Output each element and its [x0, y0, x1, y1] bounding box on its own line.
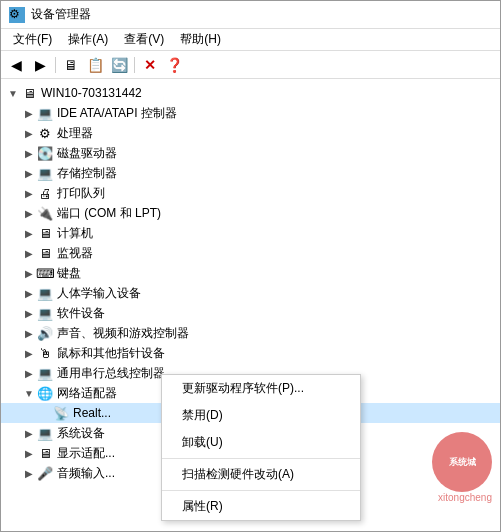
storage-icon: 💻: [37, 165, 53, 181]
storage-label: 存储控制器: [57, 165, 117, 182]
monitor-icon: 🖥: [37, 245, 53, 261]
tree-item-port[interactable]: ▶ 🔌 端口 (COM 和 LPT): [1, 203, 500, 223]
port-toggle[interactable]: ▶: [21, 205, 37, 221]
disk-icon: 💽: [37, 145, 53, 161]
system-toggle[interactable]: ▶: [21, 425, 37, 441]
context-menu: 更新驱动程序软件(P)... 禁用(D) 卸载(U) 扫描检测硬件改动(A) 属…: [161, 374, 361, 521]
disk-toggle[interactable]: ▶: [21, 145, 37, 161]
context-menu-scan[interactable]: 扫描检测硬件改动(A): [162, 461, 360, 488]
print-label: 打印队列: [57, 185, 105, 202]
ide-toggle[interactable]: ▶: [21, 105, 37, 121]
tree-item-software[interactable]: ▶ 💻 软件设备: [1, 303, 500, 323]
usb-toggle[interactable]: ▶: [21, 365, 37, 381]
forward-button[interactable]: ▶: [29, 54, 51, 76]
tree-item-hid[interactable]: ▶ 💻 人体学输入设备: [1, 283, 500, 303]
tree-item-mouse[interactable]: ▶ 🖱 鼠标和其他指针设备: [1, 343, 500, 363]
title-bar: ⚙ 设备管理器: [1, 1, 500, 29]
update-button[interactable]: 🔄: [108, 54, 130, 76]
tree-item-monitor[interactable]: ▶ 🖥 监视器: [1, 243, 500, 263]
computer-button[interactable]: 🖥: [60, 54, 82, 76]
watermark: 系统城 xitongcheng: [432, 432, 492, 503]
storage-toggle[interactable]: ▶: [21, 165, 37, 181]
port-label: 端口 (COM 和 LPT): [57, 205, 161, 222]
network-toggle[interactable]: ▼: [21, 385, 37, 401]
realtek-toggle: [37, 405, 53, 421]
port-icon: 🔌: [37, 205, 53, 221]
context-menu-sep-2: [162, 490, 360, 491]
mouse-toggle[interactable]: ▶: [21, 345, 37, 361]
tree-item-print[interactable]: ▶ 🖨 打印队列: [1, 183, 500, 203]
keyboard-label: 键盘: [57, 265, 81, 282]
tree-item-ide[interactable]: ▶ 💻 IDE ATA/ATAPI 控制器: [1, 103, 500, 123]
computer-label: 计算机: [57, 225, 93, 242]
realtek-label: Realt...: [73, 406, 111, 420]
tree-item-cpu[interactable]: ▶ ⚙ 处理器: [1, 123, 500, 143]
tree-item-storage[interactable]: ▶ 💻 存储控制器: [1, 163, 500, 183]
watermark-circle-text: 系统城: [449, 456, 476, 469]
tree-root[interactable]: ▼ 🖥 WIN10-703131442: [1, 83, 500, 103]
software-toggle[interactable]: ▶: [21, 305, 37, 321]
audio-toggle[interactable]: ▶: [21, 465, 37, 481]
sound-label: 声音、视频和游戏控制器: [57, 325, 189, 342]
hid-toggle[interactable]: ▶: [21, 285, 37, 301]
watermark-url: xitongcheng: [438, 492, 492, 503]
monitor-toggle[interactable]: ▶: [21, 245, 37, 261]
sound-icon: 🔊: [37, 325, 53, 341]
sound-toggle[interactable]: ▶: [21, 325, 37, 341]
display-icon: 🖥: [37, 445, 53, 461]
ide-label: IDE ATA/ATAPI 控制器: [57, 105, 177, 122]
toolbar-separator-1: [55, 57, 56, 73]
toolbar-separator-2: [134, 57, 135, 73]
mouse-icon: 🖱: [37, 345, 53, 361]
context-menu-uninstall[interactable]: 卸载(U): [162, 429, 360, 456]
cancel-button[interactable]: ✕: [139, 54, 161, 76]
back-button[interactable]: ◀: [5, 54, 27, 76]
display-toggle[interactable]: ▶: [21, 445, 37, 461]
menu-help[interactable]: 帮助(H): [172, 29, 229, 50]
hid-label: 人体学输入设备: [57, 285, 141, 302]
tree-item-keyboard[interactable]: ▶ ⌨ 键盘: [1, 263, 500, 283]
computer-icon: 🖥: [37, 225, 53, 241]
tree-item-sound[interactable]: ▶ 🔊 声音、视频和游戏控制器: [1, 323, 500, 343]
display-label: 显示适配...: [57, 445, 115, 462]
tree-item-computer[interactable]: ▶ 🖥 计算机: [1, 223, 500, 243]
system-icon: 💻: [37, 425, 53, 441]
menu-view[interactable]: 查看(V): [116, 29, 172, 50]
monitor-label: 监视器: [57, 245, 93, 262]
window-icon: ⚙: [9, 7, 25, 23]
cpu-toggle[interactable]: ▶: [21, 125, 37, 141]
context-menu-update-driver[interactable]: 更新驱动程序软件(P)...: [162, 375, 360, 402]
help-button[interactable]: ❓: [163, 54, 185, 76]
print-toggle[interactable]: ▶: [21, 185, 37, 201]
menu-action[interactable]: 操作(A): [60, 29, 116, 50]
mouse-label: 鼠标和其他指针设备: [57, 345, 165, 362]
menu-bar: 文件(F) 操作(A) 查看(V) 帮助(H): [1, 29, 500, 51]
usb-icon: 💻: [37, 365, 53, 381]
network-icon: 🌐: [37, 385, 53, 401]
content-area: ▼ 🖥 WIN10-703131442 ▶ 💻 IDE ATA/ATAPI 控制…: [1, 79, 500, 531]
computer-toggle[interactable]: ▶: [21, 225, 37, 241]
keyboard-icon: ⌨: [37, 265, 53, 281]
menu-file[interactable]: 文件(F): [5, 29, 60, 50]
device-manager-window: ⚙ 设备管理器 文件(F) 操作(A) 查看(V) 帮助(H) ◀ ▶ 🖥 📋 …: [0, 0, 501, 532]
network-label: 网络适配器: [57, 385, 117, 402]
context-menu-disable[interactable]: 禁用(D): [162, 402, 360, 429]
disk-label: 磁盘驱动器: [57, 145, 117, 162]
root-icon: 🖥: [21, 85, 37, 101]
print-icon: 🖨: [37, 185, 53, 201]
software-label: 软件设备: [57, 305, 105, 322]
context-menu-sep-1: [162, 458, 360, 459]
hid-icon: 💻: [37, 285, 53, 301]
root-toggle[interactable]: ▼: [5, 85, 21, 101]
tree-item-disk[interactable]: ▶ 💽 磁盘驱动器: [1, 143, 500, 163]
system-label: 系统设备: [57, 425, 105, 442]
audio-icon: 🎤: [37, 465, 53, 481]
cpu-label: 处理器: [57, 125, 93, 142]
window-title: 设备管理器: [31, 6, 91, 23]
toolbar: ◀ ▶ 🖥 📋 🔄 ✕ ❓: [1, 51, 500, 79]
root-label: WIN10-703131442: [41, 86, 142, 100]
realtek-icon: 📡: [53, 405, 69, 421]
properties-button[interactable]: 📋: [84, 54, 106, 76]
context-menu-properties[interactable]: 属性(R): [162, 493, 360, 520]
watermark-circle: 系统城: [432, 432, 492, 492]
